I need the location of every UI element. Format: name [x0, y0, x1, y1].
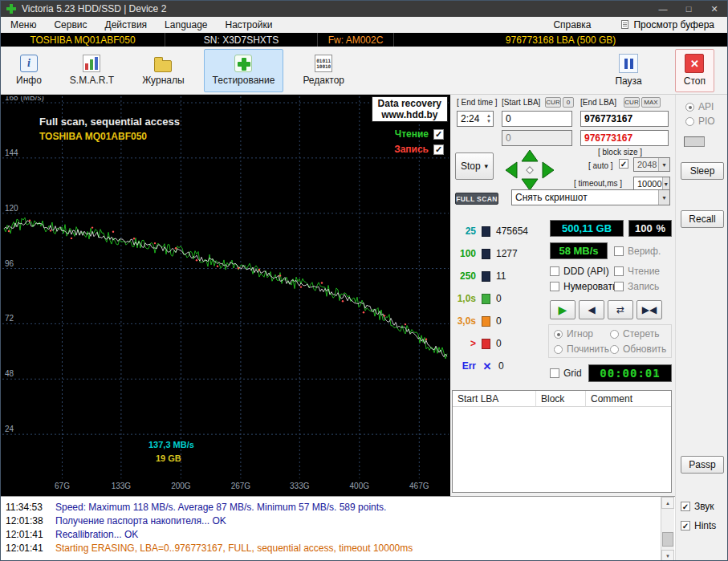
auto-checkbox[interactable]	[619, 159, 628, 169]
pause-icon	[619, 54, 638, 73]
menu-item-help[interactable]: Справка	[545, 19, 599, 30]
maximize-button[interactable]: □	[676, 1, 702, 17]
svg-text:72: 72	[5, 314, 14, 323]
pause-button[interactable]: Пауза	[606, 49, 650, 92]
svg-text:168 (MB/s): 168 (MB/s)	[5, 96, 44, 102]
spinner-icon[interactable]: ▲▼	[486, 113, 491, 124]
grid-checkbox[interactable]	[550, 368, 559, 378]
end-lba-max-button[interactable]: MAX	[641, 97, 661, 108]
dropdown-icon: ▾	[658, 158, 669, 171]
graph-canvas: 168 (MB/s)1441209672482467G133G200G267G3…	[2, 96, 449, 494]
api-radio	[685, 103, 694, 112]
hints-checkbox-row: Hints	[681, 520, 716, 531]
legend-write: Запись	[394, 144, 444, 155]
pio-radio	[685, 117, 694, 126]
counter-row: 1001277	[452, 242, 547, 265]
svg-text:48: 48	[5, 369, 14, 378]
refresh-radio	[610, 345, 619, 354]
info-button[interactable]: i Инфо	[7, 49, 51, 92]
scan-stop-button[interactable]: Stop ▾	[455, 152, 494, 180]
editor-button[interactable]: 0101110010 Редактор	[294, 49, 353, 92]
start-lba-zero-button[interactable]: 0	[563, 97, 574, 108]
smart-button[interactable]: S.M.A.R.T	[61, 49, 123, 92]
log-line: 12:01:41Starting ERASING, LBA=0..9767731…	[6, 541, 675, 555]
recall-button[interactable]: Recall	[681, 210, 724, 228]
log-line: 12:01:41Recallibration... OK	[6, 527, 675, 541]
dropdown-icon: ▾	[658, 190, 669, 205]
end-lba-input[interactable]: 976773167	[580, 111, 669, 127]
ddd-checkbox[interactable]	[550, 266, 559, 276]
end-time-field[interactable]: 2:24 ▲▼	[457, 111, 494, 127]
sound-checkbox-row: Звук	[681, 501, 714, 512]
butterfly-button[interactable]: ▶◀	[636, 300, 662, 319]
svg-text:120: 120	[5, 204, 18, 213]
menu-item-settings[interactable]: Настройки	[217, 19, 282, 30]
binary-editor-icon: 0101110010	[315, 55, 332, 72]
speed-counters: 254756541001277250111,0s03,0s0>0Err✕0	[452, 220, 547, 377]
test-control-panel: [ End time ] 2:24 ▲▼ [Start LBA] CUR 0 0…	[450, 95, 675, 496]
back-button[interactable]: ◀	[579, 300, 604, 319]
legend-read: Чтение	[395, 128, 444, 140]
window-controls: — □ ✕	[650, 1, 727, 17]
counter-row: >0	[452, 332, 547, 355]
dropdown-icon: ▾	[485, 162, 489, 170]
repair-radio	[554, 345, 563, 354]
passport-button[interactable]: Passp	[681, 456, 724, 474]
log-scrollbar[interactable]: ▲ ▼	[661, 497, 674, 561]
menu-item-menu[interactable]: Меню	[9, 19, 45, 30]
block-color-icon	[482, 249, 490, 259]
menu-item-actions[interactable]: Действия	[96, 19, 157, 30]
end-lba-cur-button[interactable]: CUR	[624, 97, 640, 108]
minimize-button[interactable]: —	[650, 1, 676, 17]
block-color-icon	[482, 271, 490, 282]
sound-checkbox[interactable]	[681, 502, 690, 511]
start-lba-input[interactable]: 0	[502, 111, 572, 127]
numerate-checkbox[interactable]	[550, 282, 559, 291]
read-checkbox[interactable]	[433, 129, 444, 140]
device-serial: SN: X3D7SHXTS	[165, 33, 318, 47]
svg-text:144: 144	[5, 148, 18, 157]
read-mode-checkbox	[614, 266, 624, 276]
dpad-control[interactable]	[498, 148, 561, 193]
size-display: 500,11 GB	[550, 220, 624, 237]
logs-button[interactable]: Журналы	[133, 49, 193, 92]
speed-display: 58 MB/s	[550, 242, 608, 259]
random-seek-button[interactable]: ⇄	[608, 300, 633, 319]
verify-checkbox-row: Вериф.	[614, 246, 661, 257]
sleep-button[interactable]: Sleep	[681, 162, 724, 180]
write-checkbox[interactable]	[433, 144, 444, 155]
block-color-icon	[482, 339, 490, 349]
block-color-icon	[482, 226, 490, 237]
start-lba-cur-button[interactable]: CUR	[545, 97, 561, 108]
ignore-radio	[554, 330, 563, 339]
device-bar: TOSHIBA MQ01ABF050 SN: X3D7SHXTS Fw: AM0…	[1, 33, 727, 47]
action-refresh: Обновить	[610, 344, 666, 355]
menu-item-service[interactable]: Сервис	[45, 19, 96, 30]
graph-title: Full scan, sequential access	[39, 116, 180, 128]
counter-row: 3,0s0	[452, 310, 547, 332]
scrollbar-thumb[interactable]	[662, 532, 673, 547]
block-size-combo[interactable]: 2048 ▾	[633, 157, 670, 172]
svg-text:96: 96	[5, 259, 14, 268]
log-line: 12:01:38Получение паспорта накопителя...…	[6, 514, 675, 527]
scan-graph: 168 (MB/s)1441209672482467G133G200G267G3…	[1, 95, 450, 496]
screenshot-combo[interactable]: Снять скриншот ▾	[511, 189, 670, 205]
menubar: Меню Сервис Действия Language Настройки …	[1, 17, 727, 33]
view-buffer-button[interactable]: Просмотр буфера	[621, 19, 714, 30]
erase-radio	[610, 330, 619, 339]
close-button[interactable]: ✕	[702, 1, 727, 17]
api-radio-row: API	[685, 101, 714, 112]
end-lba-input-2[interactable]: 976773167	[580, 130, 669, 146]
full-scan-button[interactable]: FULL SCAN	[455, 193, 498, 205]
hints-checkbox[interactable]	[681, 521, 690, 531]
play-button[interactable]: ▶	[550, 300, 575, 319]
defect-table: Start LBA Block Comment	[452, 390, 672, 493]
defect-table-header: Start LBA Block Comment	[453, 391, 671, 407]
menu-item-language[interactable]: Language	[156, 19, 216, 30]
action-ignore: Игнор	[554, 328, 593, 339]
test-button[interactable]: Тестирование	[204, 49, 284, 92]
scroll-down-icon[interactable]: ▼	[661, 550, 674, 561]
scroll-up-icon[interactable]: ▲	[661, 497, 674, 509]
stop-button[interactable]: ✕ Стоп	[675, 49, 714, 92]
right-sidebar: API PIO Sleep Recall Passp Звук Hints	[675, 95, 728, 561]
